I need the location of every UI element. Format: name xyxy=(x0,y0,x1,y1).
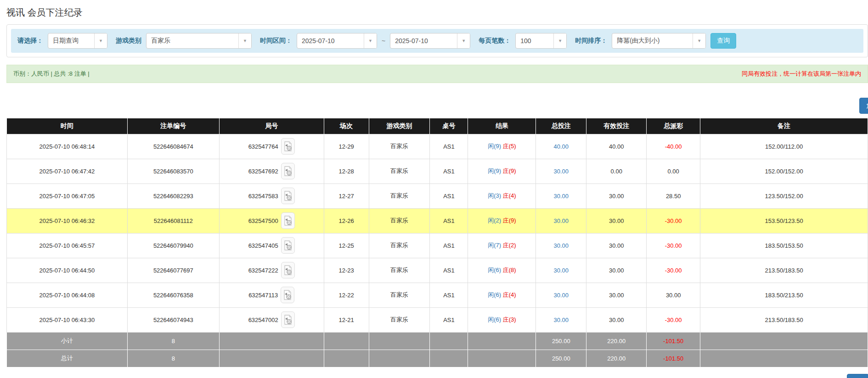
cell-payout: -30.00 xyxy=(647,258,700,283)
video-record-icon[interactable] xyxy=(281,311,295,328)
table-totals: 小计 8 250.00 220.00 -101.50 总计 8 250.00 2… xyxy=(7,332,868,367)
video-record-icon[interactable] xyxy=(281,138,295,155)
cell-session: 12-21 xyxy=(324,307,369,332)
cell-round-id: 632547222 xyxy=(219,258,324,283)
result-player: 闲(2) xyxy=(488,217,501,224)
cell-time: 2025-07-10 06:43:30 xyxy=(7,307,128,332)
video-record-icon[interactable] xyxy=(281,237,295,254)
cell-round-id: 632547692 xyxy=(219,159,324,183)
col-payout: 总派彩 xyxy=(647,118,700,134)
cell-valid-bet: 30.00 xyxy=(586,283,647,307)
table-row: 2025-07-10 06:47:05 522646082293 6325475… xyxy=(7,183,868,208)
video-record-icon[interactable] xyxy=(281,262,295,278)
round-id-text: 632547222 xyxy=(248,267,278,274)
total-bet-link[interactable]: 40.00 xyxy=(554,143,569,150)
cell-total-bet: 30.00 xyxy=(536,159,586,183)
total-bet-link[interactable]: 30.00 xyxy=(554,193,569,200)
cell-remark: 213.50/183.50 xyxy=(700,307,868,332)
cell-result: 闲(6) 庄(8) xyxy=(468,258,536,283)
page-size-label: 每页笔数： xyxy=(479,37,511,45)
cell-valid-bet: 30.00 xyxy=(586,307,647,332)
date-to-select[interactable]: 2025-07-10 ▼ xyxy=(390,33,470,49)
query-type-select[interactable]: 日期查询 ▼ xyxy=(48,33,107,49)
cell-result: 闲(2) 庄(9) xyxy=(468,208,536,233)
col-game-type: 游戏类别 xyxy=(369,118,430,134)
subtotal-payout: -101.50 xyxy=(647,332,700,350)
cell-session: 12-26 xyxy=(324,208,369,233)
chevron-down-icon: ▼ xyxy=(553,33,566,48)
cell-table-no: AS1 xyxy=(430,307,468,332)
round-id-text: 632547583 xyxy=(248,193,278,200)
result-player: 闲(3) xyxy=(488,192,501,199)
cell-bet-id: 522646077697 xyxy=(127,258,219,283)
subtotal-total-bet: 250.00 xyxy=(536,332,586,350)
cell-time: 2025-07-10 06:48:14 xyxy=(7,134,128,159)
cell-session: 12-29 xyxy=(324,134,369,159)
time-sort-label: 时间排序： xyxy=(575,37,607,45)
cell-session: 12-25 xyxy=(324,233,369,258)
cell-table-no: AS1 xyxy=(430,233,468,258)
search-button[interactable]: 查询 xyxy=(710,33,736,49)
video-record-icon[interactable] xyxy=(281,212,295,229)
bet-records-table: 时间 注单编号 局号 场次 游戏类别 桌号 结果 总投注 有效投注 总派彩 备注… xyxy=(6,118,868,367)
result-banker: 庄(4) xyxy=(503,192,516,199)
select-type-label: 请选择： xyxy=(17,37,43,45)
cell-bet-id: 522646084674 xyxy=(127,134,219,159)
cell-total-bet: 30.00 xyxy=(536,258,586,283)
result-banker: 庄(4) xyxy=(503,291,516,298)
cell-bet-id: 522646082293 xyxy=(127,183,219,208)
game-type-select[interactable]: 百家乐 ▼ xyxy=(146,33,252,49)
total-bet-link[interactable]: 30.00 xyxy=(554,242,569,249)
page-1-button[interactable]: 1 xyxy=(859,98,868,114)
page-1-button-bottom[interactable] xyxy=(847,374,868,378)
cell-payout: -30.00 xyxy=(647,307,700,332)
time-sort-select[interactable]: 降冪(由大到小) ▼ xyxy=(612,33,706,49)
cell-valid-bet: 30.00 xyxy=(586,183,647,208)
round-id-text: 632547405 xyxy=(248,242,278,249)
cell-round-id: 632547500 xyxy=(219,208,324,233)
video-record-icon[interactable] xyxy=(281,287,294,303)
cell-valid-bet: 30.00 xyxy=(586,258,647,283)
cell-result: 闲(6) 庄(4) xyxy=(468,283,536,307)
cell-remark: 213.50/183.50 xyxy=(700,258,868,283)
page-size-select[interactable]: 100 ▼ xyxy=(515,33,567,49)
total-bet-link[interactable]: 30.00 xyxy=(554,267,569,274)
cell-total-bet: 30.00 xyxy=(536,183,586,208)
col-round-id: 局号 xyxy=(219,118,324,134)
col-session: 场次 xyxy=(324,118,369,134)
game-type-value: 百家乐 xyxy=(147,33,238,48)
filter-bar: 请选择： 日期查询 ▼ 游戏类别 百家乐 ▼ 时间区间： 2025-07-10 … xyxy=(11,29,863,53)
summary-bar: 币别：人民币 | 总共 :8 注单 | 同局有效投注，统一计算在该局第一张注单内 xyxy=(6,65,868,83)
total-label: 总计 xyxy=(7,350,128,367)
result-player: 闲(9) xyxy=(488,143,501,150)
result-player: 闲(6) xyxy=(488,267,501,273)
cell-session: 12-22 xyxy=(324,283,369,307)
cell-game-type: 百家乐 xyxy=(369,233,430,258)
cell-table-no: AS1 xyxy=(430,183,468,208)
total-bet-link[interactable]: 30.00 xyxy=(554,292,569,299)
total-bet-link[interactable]: 30.00 xyxy=(554,317,569,323)
video-record-icon[interactable] xyxy=(281,188,295,204)
cell-payout: -40.00 xyxy=(647,134,700,159)
cell-remark: 152.00/112.00 xyxy=(700,134,868,159)
cell-session: 12-27 xyxy=(324,183,369,208)
result-player: 闲(7) xyxy=(488,242,501,249)
col-result: 结果 xyxy=(468,118,536,134)
pagination-top: 1 xyxy=(0,98,868,114)
filter-panel: 请选择： 日期查询 ▼ 游戏类别 百家乐 ▼ 时间区间： 2025-07-10 … xyxy=(6,24,868,57)
total-total-bet: 250.00 xyxy=(536,350,586,367)
cell-payout: 0.00 xyxy=(647,159,700,183)
cell-table-no: AS1 xyxy=(430,258,468,283)
cell-remark: 152.00/152.00 xyxy=(700,159,868,183)
cell-remark: 123.50/152.00 xyxy=(700,183,868,208)
total-bet-link[interactable]: 30.00 xyxy=(554,168,569,175)
cell-result: 闲(9) 庄(5) xyxy=(468,134,536,159)
query-type-value: 日期查询 xyxy=(48,33,94,48)
date-from-select[interactable]: 2025-07-10 ▼ xyxy=(297,33,377,49)
cell-round-id: 632547113 xyxy=(219,283,324,307)
game-type-label: 游戏类别 xyxy=(116,37,141,45)
cell-total-bet: 30.00 xyxy=(536,233,586,258)
cell-table-no: AS1 xyxy=(430,134,468,159)
video-record-icon[interactable] xyxy=(281,163,295,179)
total-bet-link[interactable]: 30.00 xyxy=(554,217,569,224)
